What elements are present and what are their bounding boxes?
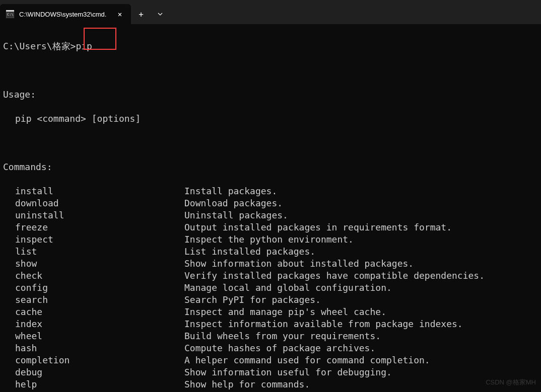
command-desc: List installed packages. — [184, 246, 315, 257]
command-row: completionA helper command used for comm… — [3, 354, 538, 366]
command-row: uninstallUninstall packages. — [3, 209, 538, 221]
command-row: checkVerify installed packages have comp… — [3, 270, 538, 282]
command-desc: Download packages. — [184, 198, 283, 208]
command-desc: Show information useful for debugging. — [184, 367, 392, 377]
tab-title: C:\WINDOWS\system32\cmd. — [19, 11, 110, 18]
cmd-icon: C:\ — [6, 10, 14, 18]
command-name: completion — [15, 354, 184, 366]
command-name: list — [15, 246, 184, 258]
command-row: cacheInspect and manage pip's wheel cach… — [3, 306, 538, 318]
usage-line: pip <command> [options] — [3, 113, 538, 125]
command-name: download — [15, 197, 184, 209]
prompt-path: C:\Users\格家> — [3, 40, 76, 52]
command-desc: Output installed packages in requirement… — [184, 222, 452, 232]
command-name: debug — [15, 366, 184, 378]
command-name: config — [15, 282, 184, 294]
command-desc: Inspect information available from packa… — [184, 319, 463, 329]
prompt-line: C:\Users\格家>pip — [3, 40, 538, 52]
command-row: freezeOutput installed packages in requi… — [3, 221, 538, 233]
command-name: index — [15, 318, 184, 330]
command-name: uninstall — [15, 209, 184, 221]
new-tab-button[interactable]: + — [131, 4, 151, 24]
command-row: showShow information about installed pac… — [3, 258, 538, 270]
command-desc: Verify installed packages have compatibl… — [184, 270, 485, 281]
command-desc: Show help for commands. — [184, 379, 310, 389]
command-name: cache — [15, 306, 184, 318]
command-row: inspectInspect the python environment. — [3, 233, 538, 246]
command-desc: Compute hashes of package archives. — [184, 343, 375, 353]
command-name: help — [15, 378, 184, 390]
usage-header: Usage: — [3, 89, 538, 101]
command-desc: Inspect and manage pip's wheel cache. — [184, 306, 386, 317]
command-name: check — [15, 270, 184, 282]
command-name: search — [15, 294, 184, 306]
tab-dropdown-button[interactable] — [151, 4, 169, 24]
commands-header: Commands: — [3, 161, 538, 173]
command-row: installInstall packages. — [3, 185, 538, 197]
tab-close-button[interactable]: ✕ — [115, 9, 125, 19]
command-name: install — [15, 185, 184, 197]
svg-text:C:\: C:\ — [7, 13, 14, 17]
terminal-output[interactable]: C:\Users\格家>pip Usage: pip <command> [op… — [0, 24, 541, 392]
command-desc: Build wheels from your requirements. — [184, 331, 381, 341]
command-row: hashCompute hashes of package archives. — [3, 342, 538, 354]
blank-line — [3, 64, 538, 76]
command-name: show — [15, 258, 184, 270]
prompt-command: pip — [76, 40, 92, 52]
commands-list: installInstall packages.downloadDownload… — [3, 185, 538, 390]
command-row: searchSearch PyPI for packages. — [3, 294, 538, 306]
command-name: wheel — [15, 330, 184, 342]
command-name: inspect — [15, 233, 184, 246]
command-desc: Install packages. — [184, 186, 277, 196]
command-desc: Search PyPI for packages. — [184, 294, 321, 305]
command-row: listList installed packages. — [3, 246, 538, 258]
command-row: wheelBuild wheels from your requirements… — [3, 330, 538, 342]
svg-rect-1 — [6, 10, 14, 12]
command-row: configManage local and global configurat… — [3, 282, 538, 294]
command-name: freeze — [15, 221, 184, 233]
command-desc: A helper command used for command comple… — [184, 355, 430, 365]
command-desc: Manage local and global configuration. — [184, 282, 392, 293]
blank-line — [3, 137, 538, 149]
command-row: helpShow help for commands. — [3, 378, 538, 390]
command-name: hash — [15, 342, 184, 354]
watermark: CSDN @格家MH — [486, 378, 536, 387]
command-row: indexInspect information available from … — [3, 318, 538, 330]
command-row: debugShow information useful for debuggi… — [3, 366, 538, 378]
command-desc: Inspect the python environment. — [184, 234, 354, 245]
terminal-tab[interactable]: C:\ C:\WINDOWS\system32\cmd. ✕ — [0, 4, 131, 24]
titlebar: C:\ C:\WINDOWS\system32\cmd. ✕ + — [0, 0, 541, 24]
command-desc: Show information about installed package… — [184, 258, 414, 269]
command-desc: Uninstall packages. — [184, 210, 288, 220]
command-row: downloadDownload packages. — [3, 197, 538, 209]
